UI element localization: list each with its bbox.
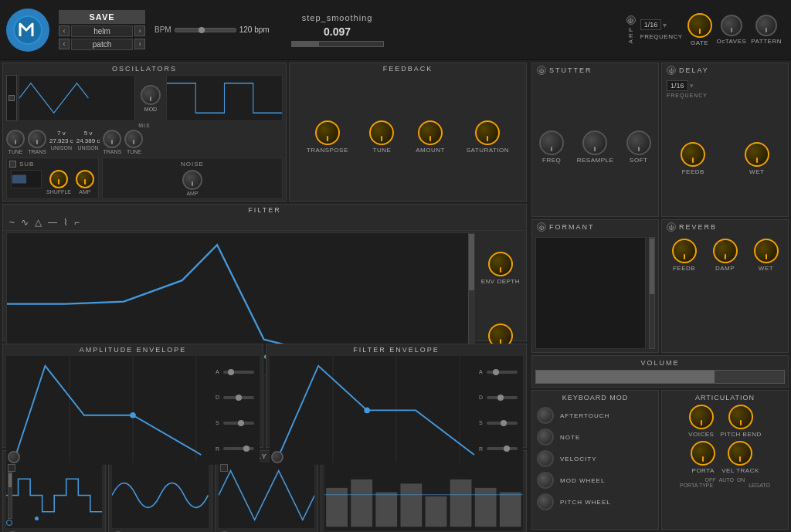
arp-gate-group: GATE — [687, 13, 712, 46]
feedback-title: FEEDBACK — [290, 63, 526, 73]
kb-pitch-wheel-row: PITCH WHEEL — [535, 491, 655, 513]
step-smoothing-section: step_smoothing 0.097 — [291, 13, 384, 47]
stutter-freq-knob[interactable] — [539, 130, 564, 155]
kb-velocity-row: VELOCITY — [535, 448, 655, 469]
osc1-trans-knob[interactable] — [28, 130, 46, 148]
sub-amp-knob[interactable] — [76, 170, 94, 188]
amp-env-r-slider[interactable] — [223, 447, 254, 450]
arp-freq-label: FREQUENCY — [640, 33, 683, 40]
formant-slider[interactable] — [649, 237, 655, 349]
kb-note-btn[interactable] — [537, 429, 554, 446]
osc2-tune-knob[interactable] — [124, 130, 143, 148]
osc-mix-label: MIX — [3, 123, 286, 128]
amp-env-a-slider[interactable] — [223, 371, 254, 374]
arp-power-button[interactable]: ⏻ — [626, 15, 636, 25]
filter-env-depth-knob[interactable] — [488, 252, 513, 276]
filter-shape-3[interactable]: △ — [35, 217, 42, 228]
save-button[interactable]: SAVE — [59, 10, 145, 24]
art-voices-knob[interactable] — [689, 405, 714, 429]
reverb-wet-knob[interactable] — [754, 239, 779, 263]
bpm-slider[interactable] — [175, 28, 236, 32]
stutter-resample-knob[interactable] — [582, 130, 607, 155]
sub-checkbox[interactable] — [9, 161, 16, 168]
filter-shape-4[interactable]: — — [48, 217, 57, 228]
reverb-feedb-knob[interactable] — [672, 239, 697, 263]
feedback-saturation-knob[interactable] — [475, 120, 500, 145]
art-pitch-bend-knob[interactable] — [728, 405, 753, 429]
osc-checkbox[interactable] — [8, 95, 15, 101]
filter-shape-2[interactable]: ∿ — [21, 217, 29, 228]
delay-freq-arrow[interactable]: ▾ — [690, 82, 694, 90]
formant-section: ⏻ FORMANT — [531, 219, 659, 353]
filter-shape-5[interactable]: ⌇ — [63, 217, 68, 228]
osc1-trans-label: TRANS — [28, 149, 46, 154]
stutter-soft-knob[interactable] — [626, 130, 651, 155]
amp-env-reset-button[interactable] — [8, 451, 20, 463]
kb-mod-wheel-btn[interactable] — [537, 472, 554, 489]
row2: FILTER ~ ∿ △ — ⌇ ⌐ — [2, 204, 527, 341]
mono-lfo1-svg — [6, 463, 102, 528]
osc1-vals-group: 7 v 27.923 c UNISON — [49, 130, 73, 154]
lfo1-shape-checkbox[interactable] — [8, 464, 15, 472]
reverb-power-button[interactable]: ⏻ — [667, 222, 676, 232]
feedback-transpose-knob[interactable] — [315, 120, 340, 145]
step-seq-display — [324, 463, 523, 530]
filter-env-r-slider[interactable] — [487, 447, 518, 450]
arp-freq-arrow[interactable]: ▾ — [663, 21, 667, 29]
lfo1-vert-slider[interactable] — [8, 472, 12, 519]
arp-pattern-knob[interactable] — [755, 15, 777, 36]
mono-lfo2-display — [112, 463, 208, 528]
osc-mod-knob[interactable] — [141, 85, 161, 105]
stutter-power-button[interactable]: ⏻ — [537, 66, 546, 75]
sub-shuffle-label: SHUFFLE — [46, 189, 71, 195]
reverb-damp-knob[interactable] — [713, 239, 738, 263]
arp-gate-knob[interactable] — [687, 13, 712, 38]
osc1-tune-group: TUNE — [6, 130, 25, 154]
formant-reverb-row: ⏻ FORMANT — [531, 219, 789, 353]
amp-env-s-slider[interactable] — [223, 422, 254, 425]
delay-feedb-knob[interactable] — [681, 142, 705, 167]
nav-prev-1[interactable]: ‹ — [59, 25, 70, 36]
sub-amp-group: AMP — [76, 170, 94, 195]
svg-rect-21 — [450, 479, 472, 527]
sub-shuffle-knob[interactable] — [49, 170, 68, 188]
delay-freq-display: 1/16 — [667, 80, 688, 91]
sub-title: SUB — [19, 161, 34, 168]
filter-env-s-slider[interactable] — [487, 422, 518, 425]
feedback-amount-knob[interactable] — [418, 120, 443, 145]
art-on-label: ON — [737, 477, 745, 483]
amp-env-title: AMPLITUDE ENVELOPE — [3, 344, 263, 354]
nav-prev-2[interactable]: ‹ — [59, 39, 70, 49]
filter-env-title: FILTER ENVELOPE — [266, 344, 526, 354]
sub-shuffle-group: SHUFFLE — [46, 170, 71, 195]
volume-bar[interactable] — [535, 370, 785, 384]
filter-shape-6[interactable]: ⌐ — [74, 217, 80, 228]
osc1-tune-knob[interactable] — [6, 130, 25, 148]
feedback-tune-knob[interactable] — [369, 120, 394, 145]
delay-power-button[interactable]: ⏻ — [667, 66, 676, 75]
noise-amp-knob[interactable] — [182, 170, 202, 190]
poly-lfo-checkbox[interactable] — [220, 464, 228, 472]
kb-art-row: KEYBOARD MOD AFTERTOUCH NOTE VELOCITY — [531, 390, 789, 530]
osc2-trans-knob[interactable] — [103, 130, 121, 148]
nav-next-2[interactable]: › — [134, 39, 145, 49]
kb-pitch-wheel-btn[interactable] — [537, 493, 554, 510]
svg-rect-20 — [426, 496, 447, 527]
filter-shape-1[interactable]: ~ — [9, 217, 15, 228]
filter-env-a-slider[interactable] — [487, 371, 518, 374]
kb-aftertouch-btn[interactable] — [537, 407, 554, 424]
step-smoothing-bar[interactable] — [291, 41, 384, 47]
art-vel-track-knob[interactable] — [728, 441, 752, 466]
kb-velocity-btn[interactable] — [537, 450, 554, 467]
reverb-header: ⏻ REVERB — [662, 220, 788, 234]
osc2-tune-group: TUNE — [124, 130, 143, 154]
amp-env-d-slider[interactable] — [223, 396, 254, 399]
nav-next-1[interactable]: › — [134, 25, 145, 36]
art-porta-knob[interactable] — [691, 441, 715, 466]
delay-wet-knob[interactable] — [745, 142, 769, 167]
arp-octaves-knob[interactable] — [721, 15, 742, 36]
filter-env-reset-button[interactable] — [271, 451, 283, 463]
svg-rect-19 — [401, 483, 423, 527]
filter-env-d-slider[interactable] — [487, 396, 518, 399]
formant-power-button[interactable]: ⏻ — [537, 222, 546, 232]
